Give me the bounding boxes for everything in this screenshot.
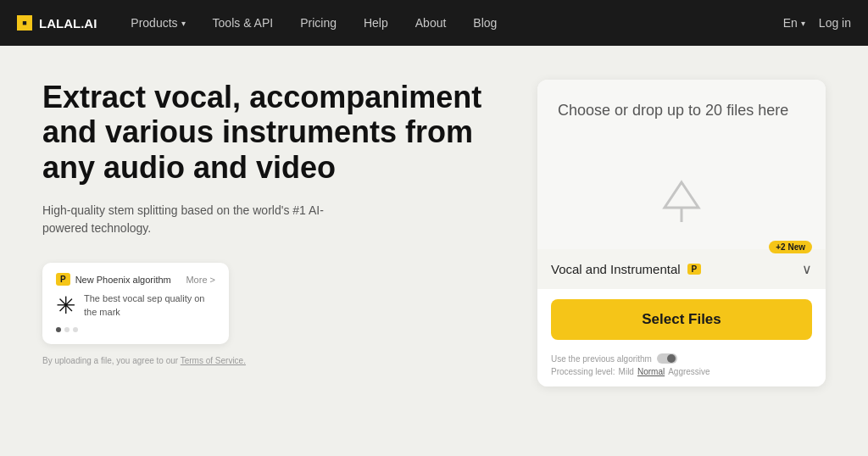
lang-chevron-icon: ▾ <box>801 19 805 28</box>
algo-label: Use the previous algorithm <box>551 354 652 364</box>
upload-drop-zone[interactable]: Choose or drop up to 20 files here <box>537 80 826 249</box>
nav-item-tools[interactable]: Tools & API <box>199 0 287 46</box>
processing-label: Processing level: <box>551 367 615 376</box>
promo-card-title: New Phoenix algorithm <box>75 275 171 285</box>
terms-link[interactable]: Terms of Service. <box>181 356 246 365</box>
promo-card-body: ✳ The best vocal sep quality on the mark <box>56 292 215 319</box>
algo-toggle[interactable] <box>657 353 677 364</box>
processing-normal[interactable]: Normal <box>637 367 665 376</box>
svg-marker-0 <box>665 182 698 208</box>
logo-icon: ■ <box>17 15 32 31</box>
upload-drop-text: Choose or drop up to 20 files here <box>558 100 788 121</box>
toggle-thumb <box>667 354 676 363</box>
processing-mild[interactable]: Mild <box>619 367 634 376</box>
login-button[interactable]: Log in <box>819 16 851 30</box>
nav-menu: Products ▾ Tools & API Pricing Help Abou… <box>117 0 782 46</box>
promo-card-header: P New Phoenix algorithm More > <box>56 273 215 286</box>
promo-description: The best vocal sep quality on the mark <box>84 292 215 319</box>
nav-item-about[interactable]: About <box>402 0 460 46</box>
main-content: Extract vocal, accompaniment and various… <box>0 46 868 456</box>
promo-card: P New Phoenix algorithm More > ✳ The bes… <box>42 263 229 344</box>
card-footer: Use the previous algorithm Processing le… <box>537 350 826 386</box>
dot-1[interactable] <box>56 327 61 332</box>
upload-card: Choose or drop up to 20 files here +2 Ne… <box>537 80 826 386</box>
left-panel: Extract vocal, accompaniment and various… <box>42 80 487 365</box>
upload-arrow-icon <box>652 170 711 232</box>
dropdown-label: Vocal and Instrumental P <box>551 262 701 276</box>
select-files-button[interactable]: Select Files <box>551 299 812 340</box>
chevron-down-icon: ▾ <box>181 19 186 28</box>
card-bottom: +2 New Vocal and Instrumental P ∨ Select… <box>537 249 826 386</box>
logo-text: LALAL.AI <box>39 16 97 31</box>
hero-subtitle: High-quality stem splitting based on the… <box>42 202 331 237</box>
nav-item-products[interactable]: Products ▾ <box>117 0 198 46</box>
dot-3[interactable] <box>73 327 78 332</box>
processing-level-row: Processing level: Mild Normal Aggressive <box>551 367 812 376</box>
processing-aggressive[interactable]: Aggressive <box>668 367 709 376</box>
dot-2[interactable] <box>64 327 70 332</box>
stem-type-dropdown[interactable]: +2 New Vocal and Instrumental P ∨ <box>537 249 826 289</box>
new-badge: +2 New <box>769 241 812 253</box>
promo-dots <box>56 327 215 332</box>
terms-text: By uploading a file, you agree to our Te… <box>42 356 487 365</box>
promo-badge: P <box>56 273 70 286</box>
logo[interactable]: ■ LALAL.AI <box>17 15 97 31</box>
nav-item-help[interactable]: Help <box>350 0 402 46</box>
language-selector[interactable]: En ▾ <box>783 16 805 30</box>
p-badge: P <box>687 264 702 275</box>
hero-title: Extract vocal, accompaniment and various… <box>42 80 487 185</box>
nav-item-pricing[interactable]: Pricing <box>287 0 350 46</box>
navbar-right: En ▾ Log in <box>783 16 851 30</box>
algo-toggle-row: Use the previous algorithm <box>551 353 812 364</box>
dropdown-chevron-icon: ∨ <box>802 261 812 277</box>
nav-item-blog[interactable]: Blog <box>459 0 510 46</box>
promo-more-link[interactable]: More > <box>186 275 215 285</box>
right-panel: Choose or drop up to 20 files here +2 Ne… <box>537 80 826 386</box>
promo-asterisk-icon: ✳ <box>56 294 75 318</box>
navbar: ■ LALAL.AI Products ▾ Tools & API Pricin… <box>0 0 868 46</box>
